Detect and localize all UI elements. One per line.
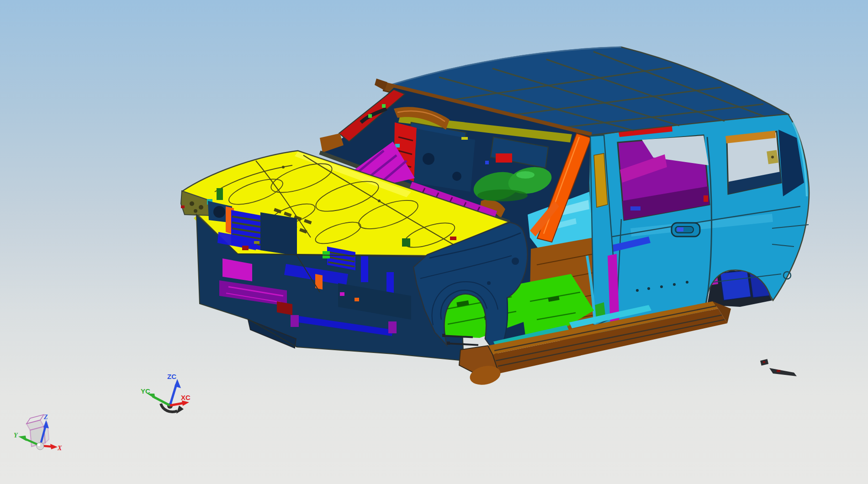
wcs-label-yc: YC bbox=[141, 387, 150, 395]
cad-viewport: ZC YC XC Z Y X bbox=[0, 0, 868, 484]
cube-label-y: Y bbox=[14, 432, 18, 439]
wcs-label-xc: XC bbox=[181, 394, 191, 401]
cube-label-x: X bbox=[57, 445, 62, 452]
orientation-cube[interactable]: Z Y X bbox=[14, 414, 62, 452]
wcs-triad[interactable]: ZC YC XC bbox=[141, 373, 191, 414]
detached-fragments[interactable] bbox=[760, 359, 797, 376]
wcs-y-axis[interactable] bbox=[147, 394, 170, 405]
wcs-label-zc: ZC bbox=[167, 373, 176, 380]
quarter-bracket bbox=[767, 150, 778, 164]
cube-label-z: Z bbox=[43, 414, 48, 421]
wcs-z-axis[interactable] bbox=[170, 379, 181, 405]
quarter-window[interactable] bbox=[725, 131, 781, 194]
door-handle[interactable] bbox=[672, 223, 700, 237]
rear-door-window[interactable] bbox=[618, 135, 709, 220]
model-canvas: ZC YC XC Z Y X bbox=[0, 0, 868, 484]
